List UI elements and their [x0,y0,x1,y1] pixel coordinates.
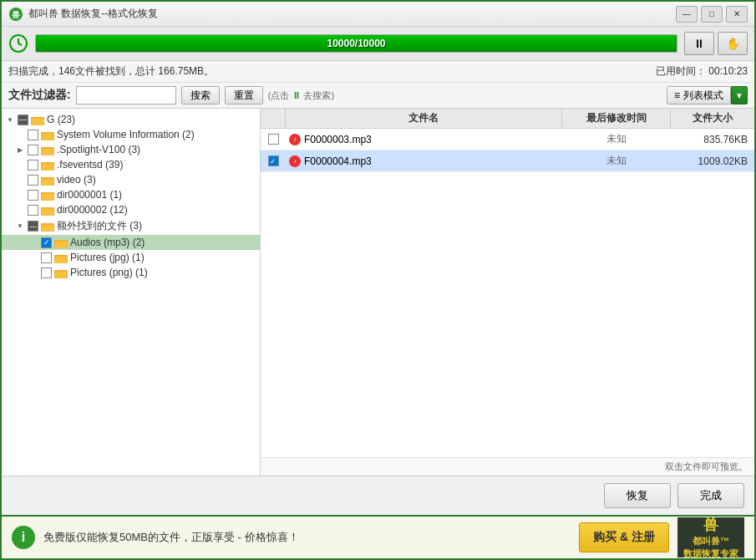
tree-label-picturesjpg: Pictures (jpg) (1) [70,252,145,263]
checkbox-fseventsd[interactable] [28,160,38,171]
brand-area: 兽 都叫兽™数据恢复专家 [683,517,738,557]
app-icon: 兽 [8,7,23,22]
file-name-cell-1: ♪ F0000003.mp3 [286,134,562,145]
progress-icon [8,33,28,53]
done-button[interactable]: 完成 [677,483,744,508]
hint-icon: ⏸ [292,90,301,100]
tree-label-sysvolume: System Volume Information (2) [57,129,195,140]
progress-buttons: ⏸ ✋ [684,32,748,55]
checkbox-video[interactable] [28,175,38,186]
expand-icon-extra[interactable]: ▼ [15,221,25,232]
reset-button[interactable]: 重置 [225,86,263,104]
timer-value: 00:10:23 [708,65,748,77]
view-mode-label: 列表模式 [683,89,723,103]
tree-item-system-volume[interactable]: System Volume Information (2) [2,127,260,142]
checkbox-extra[interactable]: — [28,221,38,232]
tree-label-g: G (23) [47,114,75,125]
tree-item-pictures-jpg[interactable]: Pictures (jpg) (1) [2,250,260,265]
filter-input[interactable] [76,86,176,104]
expand-icon-sysvolume[interactable] [15,130,25,140]
file-name-2: F0000004.mp3 [304,155,372,167]
checkbox-sysvolume[interactable] [28,130,38,140]
maximize-button[interactable]: □ [701,6,723,23]
tree-item-dir2[interactable]: dir0000002 (12) [2,202,260,217]
tree-item-g-drive[interactable]: ▼ — G (23) [2,112,260,127]
tree-item-video[interactable]: video (3) [2,172,260,187]
progress-bar-container: 10000/10000 [35,34,677,53]
expand-icon-g[interactable]: ▼ [5,115,15,125]
checkbox-picturespng[interactable] [41,267,52,278]
folder-icon-dir1 [41,190,54,201]
checkbox-picturesjpg[interactable] [41,252,52,263]
view-mode-group: ≡ 列表模式 ▼ [667,86,748,104]
tree-item-audios[interactable]: ✓ Audios (mp3) (2) [2,235,260,250]
expand-icon-spotlight[interactable]: ▶ [15,145,25,155]
search-button[interactable]: 搜索 [181,86,220,104]
tree-label-fseventsd: .fseventsd (39) [57,159,123,171]
checkbox-dir2[interactable] [28,205,38,216]
title-bar: 兽 都叫兽 数据恢复--格式化恢复 — □ ✕ [2,2,754,27]
svg-rect-37 [55,272,67,278]
buy-button[interactable]: 购买 & 注册 [579,522,669,552]
tree-label-dir1: dir0000001 (1) [57,189,122,201]
stop-button[interactable]: ✋ [718,32,748,55]
expand-icon-dir1[interactable] [15,190,25,200]
footer-banner: i 免费版仅能恢复50MB的文件，正版享受 - 价格惊喜！ 购买 & 注册 兽 … [2,515,754,558]
view-mode-dropdown[interactable]: ▼ [731,86,748,104]
file-date-2: 未知 [562,154,671,168]
tree-item-fseventsd[interactable]: .fseventsd (39) [2,157,260,172]
checkbox-file1[interactable] [268,134,279,145]
restore-button[interactable]: 恢复 [604,483,671,508]
svg-rect-19 [42,179,53,186]
svg-text:兽: 兽 [12,10,20,19]
tree-label-picturespng: Pictures (png) (1) [70,267,148,278]
tree-label-spotlight: .Spotlight-V100 (3) [57,144,140,155]
checkbox-g[interactable]: — [18,115,28,125]
expand-icon-dir2[interactable] [15,205,25,215]
checkbox-audios[interactable]: ✓ [41,237,52,248]
svg-rect-22 [42,194,53,201]
svg-rect-16 [42,164,53,171]
file-panel: 文件名 最后修改时间 文件大小 ♪ F0000003.mp3 未知 835.76… [261,109,754,476]
svg-rect-13 [42,149,53,155]
expand-icon-picturesjpg[interactable] [28,252,38,262]
minimize-button[interactable]: — [676,6,698,23]
filter-label: 文件过滤器: [8,88,71,103]
preview-hint: 双击文件即可预览。 [261,457,754,476]
svg-rect-28 [42,225,53,232]
main-window: 兽 都叫兽 数据恢复--格式化恢复 — □ ✕ 10000/10000 ⏸ ✋ [0,0,756,560]
brand-char: 兽 [683,517,738,535]
scan-info-bar: 扫描完成，146文件被找到，总计 166.75MB。 已用时间： 00:10:2… [2,61,754,83]
view-mode-button[interactable]: ≡ 列表模式 [667,86,731,104]
list-icon: ≡ [674,89,680,101]
folder-icon-sysvolume [41,130,54,140]
brand-logo: 兽 都叫兽™数据恢复专家 [677,517,744,557]
tree-item-extra[interactable]: ▼ — 额外找到的文件 (3) [2,217,260,235]
tree-item-spotlight[interactable]: ▶ .Spotlight-V100 (3) [2,142,260,157]
checkbox-file2[interactable]: ✓ [268,155,279,166]
brand-text: 都叫兽™数据恢复专家 [683,535,738,557]
progress-area: 10000/10000 ⏸ ✋ [2,27,754,61]
table-row[interactable]: ✓ ♪ F0000004.mp3 未知 1009.02KB [261,150,754,172]
expand-icon-video[interactable] [15,175,25,185]
file-size-2: 1009.02KB [671,155,754,167]
table-row[interactable]: ♪ F0000003.mp3 未知 835.76KB [261,129,754,150]
expand-icon-picturespng[interactable] [28,267,38,277]
expand-icon-fseventsd[interactable] [15,160,25,170]
file-row-check-1[interactable] [261,134,286,145]
pause-button[interactable]: ⏸ [684,32,714,55]
checkbox-spotlight[interactable] [28,145,38,155]
window-title: 都叫兽 数据恢复--格式化恢复 [28,7,676,21]
folder-icon-picturesjpg [54,252,68,263]
svg-rect-7 [32,119,43,125]
expand-icon-audios[interactable] [28,237,38,247]
close-button[interactable]: ✕ [726,6,748,23]
tree-item-pictures-png[interactable]: Pictures (png) (1) [2,265,260,280]
checkbox-dir1[interactable] [28,190,38,201]
filter-bar: 文件过滤器: 搜索 重置 (点击 ⏸ 去搜索) ≡ 列表模式 ▼ [2,83,754,109]
file-row-check-2[interactable]: ✓ [261,155,286,166]
filter-hint: (点击 ⏸ 去搜索) [268,89,334,102]
folder-icon-extra [41,221,54,232]
header-check-col [261,109,286,128]
tree-item-dir1[interactable]: dir0000001 (1) [2,187,260,202]
